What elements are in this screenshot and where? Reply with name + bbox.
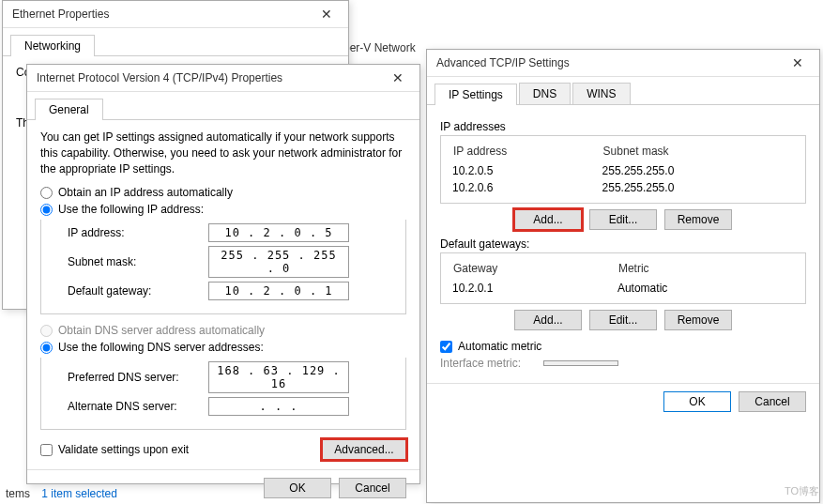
ok-button[interactable]: OK	[663, 391, 731, 412]
ip-addresses-box: IP addressSubnet mask 10.2.0.5255.255.25…	[440, 135, 806, 204]
col-subnet-mask: Subnet mask	[602, 144, 794, 161]
gateways-table: GatewayMetric 10.2.0.1Automatic	[450, 259, 796, 298]
interface-metric-label: Interface metric:	[440, 357, 543, 370]
ipv4-tabstrip: General	[27, 92, 419, 120]
radio-use-following-ip-label: Use the following IP address:	[58, 203, 204, 216]
status-bar: tems 1 item selected	[0, 483, 123, 504]
table-row[interactable]: 10.2.0.6255.255.255.0	[452, 180, 794, 195]
advanced-tcpip-window: Advanced TCP/IP Settings ✕ IP Settings D…	[426, 49, 820, 503]
add-ip-button[interactable]: Add...	[514, 209, 582, 230]
close-icon[interactable]: ✕	[312, 7, 341, 22]
tab-dns[interactable]: DNS	[519, 83, 571, 104]
radio-use-following-ip[interactable]: Use the following IP address:	[40, 203, 406, 216]
table-row[interactable]: 10.2.0.5255.255.255.0	[452, 163, 794, 178]
cell-ip: 10.2.0.5	[452, 163, 601, 178]
close-icon[interactable]: ✕	[784, 55, 812, 70]
automatic-metric-checkbox[interactable]: Automatic metric	[440, 340, 806, 353]
radio-obtain-ip-auto-label: Obtain an IP address automatically	[58, 186, 233, 199]
preferred-dns-input[interactable]: 168 . 63 . 129 . 16	[208, 361, 349, 393]
tab-wins[interactable]: WINS	[572, 83, 630, 104]
status-selected: 1 item selected	[41, 487, 117, 500]
radio-obtain-ip-auto[interactable]: Obtain an IP address automatically	[40, 186, 406, 199]
ethernet-title: Ethernet Properties	[12, 8, 109, 21]
validate-settings-label: Validate settings upon exit	[58, 443, 189, 456]
col-ip-address: IP address	[452, 144, 601, 161]
subnet-mask-label: Subnet mask:	[68, 255, 208, 268]
alternate-dns-input[interactable]: . . .	[208, 397, 349, 416]
radio-use-following-dns[interactable]: Use the following DNS server addresses:	[40, 341, 406, 354]
advanced-footer: OK Cancel	[427, 383, 819, 420]
advanced-body: IP addresses IP addressSubnet mask 10.2.…	[427, 105, 819, 383]
ipv4-body: You can get IP settings assigned automat…	[27, 120, 419, 469]
automatic-metric-label: Automatic metric	[458, 340, 541, 353]
ipv4-titlebar: Internet Protocol Version 4 (TCP/IPv4) P…	[27, 65, 419, 92]
default-gateway-label: Default gateway:	[68, 284, 208, 298]
add-gateway-button[interactable]: Add...	[514, 310, 582, 330]
preferred-dns-label: Preferred DNS server:	[68, 371, 208, 384]
close-icon[interactable]: ✕	[384, 70, 412, 85]
tab-ip-settings[interactable]: IP Settings	[434, 84, 517, 105]
ip-address-label: IP address:	[68, 226, 208, 239]
edit-gateway-button[interactable]: Edit...	[589, 310, 657, 330]
cell-metric: Automatic	[617, 281, 794, 296]
ok-button[interactable]: OK	[264, 478, 331, 498]
tab-general[interactable]: General	[35, 99, 103, 120]
cancel-button[interactable]: Cancel	[339, 478, 406, 498]
advanced-tabstrip: IP Settings DNS WINS	[427, 77, 819, 105]
advanced-titlebar: Advanced TCP/IP Settings ✕	[427, 50, 819, 77]
gateways-box: GatewayMetric 10.2.0.1Automatic	[440, 252, 806, 304]
cell-mask: 255.255.255.0	[602, 163, 794, 178]
default-gateway-input[interactable]: 10 . 2 . 0 . 1	[208, 282, 349, 300]
radio-use-following-dns-label: Use the following DNS server addresses:	[58, 341, 264, 354]
ethernet-titlebar: Ethernet Properties ✕	[3, 1, 348, 28]
radio-obtain-dns-auto-label: Obtain DNS server address automatically	[58, 324, 265, 337]
ipv4-description: You can get IP settings assigned automat…	[40, 130, 406, 176]
ip-addresses-group-label: IP addresses	[440, 120, 806, 133]
default-gateways-group-label: Default gateways:	[440, 237, 806, 251]
ip-address-input[interactable]: 10 . 2 . 0 . 5	[208, 223, 349, 242]
cell-gateway: 10.2.0.1	[452, 281, 616, 296]
remove-gateway-button[interactable]: Remove	[664, 310, 732, 330]
ethernet-tabstrip: Networking	[3, 28, 348, 56]
alternate-dns-label: Alternate DNS server:	[68, 400, 208, 413]
watermark: TO博客	[785, 484, 819, 498]
remove-ip-button[interactable]: Remove	[664, 209, 732, 230]
ipv4-properties-window: Internet Protocol Version 4 (TCP/IPv4) P…	[26, 64, 420, 484]
ip-addresses-table: IP addressSubnet mask 10.2.0.5255.255.25…	[450, 142, 796, 197]
cancel-button[interactable]: Cancel	[739, 391, 806, 412]
advanced-title: Advanced TCP/IP Settings	[436, 56, 570, 69]
table-row[interactable]: 10.2.0.1Automatic	[452, 281, 794, 296]
interface-metric-input	[543, 360, 618, 366]
subnet-mask-input[interactable]: 255 . 255 . 255 . 0	[208, 246, 349, 278]
radio-obtain-dns-auto: Obtain DNS server address automatically	[40, 324, 406, 337]
edit-ip-button[interactable]: Edit...	[589, 209, 657, 230]
cell-mask: 255.255.255.0	[602, 180, 794, 195]
tab-networking[interactable]: Networking	[10, 35, 95, 56]
validate-settings-checkbox[interactable]: Validate settings upon exit	[40, 443, 189, 456]
status-items: tems	[6, 487, 30, 500]
ipv4-title: Internet Protocol Version 4 (TCP/IPv4) P…	[37, 71, 282, 84]
background-network-label: yper-V Network	[338, 41, 416, 54]
col-gateway: Gateway	[452, 261, 616, 279]
col-metric: Metric	[617, 261, 794, 279]
cell-ip: 10.2.0.6	[452, 180, 601, 195]
advanced-button[interactable]: Advanced...	[322, 439, 406, 460]
